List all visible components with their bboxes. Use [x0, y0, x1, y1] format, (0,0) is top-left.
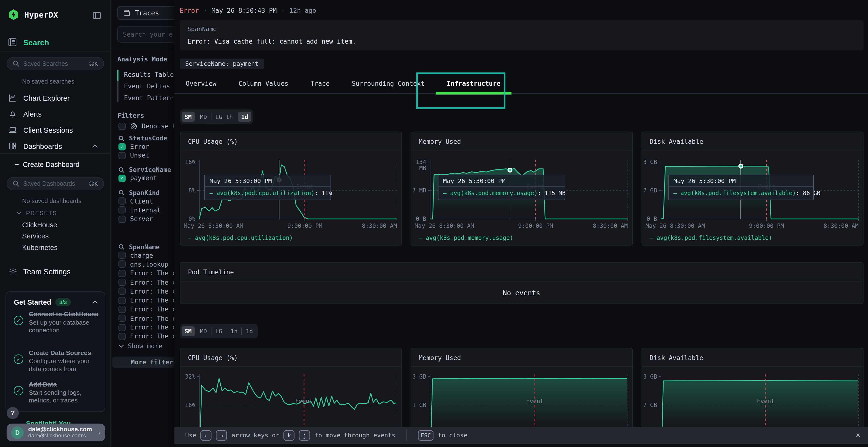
mode-event-patterns[interactable]: Event Patterns	[124, 94, 174, 102]
pod-size-lg[interactable]: LG	[212, 111, 226, 122]
mode-results-table[interactable]: Results Table	[124, 71, 174, 78]
checkbox[interactable]	[118, 152, 126, 159]
checkbox[interactable]	[118, 215, 126, 222]
divider	[211, 112, 211, 120]
tab-overview[interactable]: Overview	[186, 79, 216, 87]
tab-column-values[interactable]: Column Values	[239, 79, 288, 87]
mode-event-deltas[interactable]: Event Deltas	[124, 82, 170, 90]
node-size-lg[interactable]: LG	[212, 326, 226, 336]
create-dashboard-button[interactable]: +Create Dashboard	[15, 161, 79, 169]
saved-dashboards-input[interactable]: Saved Dashboards ⌘K	[7, 177, 104, 190]
esc-key[interactable]: ESC	[418, 430, 434, 441]
sidebar-item-dashboards[interactable]: Dashboards	[0, 140, 110, 152]
filter-option[interactable]: Unset	[118, 152, 149, 160]
user-menu[interactable]: D dale@clickhouse.com dale@clickhouse.co…	[7, 424, 105, 441]
shortcut-badge: ⌘K	[89, 181, 98, 187]
svg-text:May 26 8:30:00 AM: May 26 8:30:00 AM	[645, 222, 705, 229]
check-circle-icon: ✓	[14, 316, 23, 325]
checkbox[interactable]	[118, 288, 126, 295]
checkbox[interactable]	[118, 206, 126, 214]
get-started-item[interactable]: ✓ Create Data SourcesConfigure where you…	[14, 349, 98, 373]
checkbox[interactable]	[118, 279, 126, 286]
k-key[interactable]: k	[284, 430, 295, 441]
pod-size-sm[interactable]: SM	[181, 111, 195, 122]
tab-trace[interactable]: Trace	[311, 79, 330, 87]
sidebar-item-alerts[interactable]: Alerts	[0, 108, 110, 120]
filter-option[interactable]: Error: The cr	[118, 333, 174, 340]
filter-option[interactable]: Error: The cr	[118, 305, 174, 313]
close-icon[interactable]: ✕	[856, 431, 860, 439]
filter-group-statuscode: StatusCode	[118, 134, 167, 142]
filter-option[interactable]: Error: The cr	[118, 278, 174, 286]
span-name-label: SpanName	[187, 26, 856, 33]
sidebar-item-search[interactable]: Search	[8, 38, 49, 47]
arrow-right-key[interactable]: →	[216, 430, 227, 441]
j-key[interactable]: j	[299, 430, 310, 441]
chevron-up-icon[interactable]	[92, 300, 98, 304]
laptop-icon	[8, 126, 17, 134]
progress-badge: 3/3	[56, 298, 70, 306]
get-started-title: Get Started	[14, 299, 51, 306]
checkbox[interactable]	[118, 333, 126, 340]
checkbox[interactable]	[118, 252, 126, 259]
filter-option[interactable]: Client	[118, 197, 153, 205]
node-size-sm[interactable]: SM	[181, 326, 195, 336]
svg-text:16%: 16%	[185, 159, 195, 165]
checkbox[interactable]: ✓	[118, 143, 126, 150]
filter-option[interactable]: ✓payment	[118, 174, 157, 182]
help-button[interactable]: ?	[7, 407, 19, 419]
saved-searches-input[interactable]: Saved Searches ⌘K	[7, 57, 104, 70]
node-charts-row: CPU Usage (%)Event32%16%Memory UsedEvent…	[180, 347, 863, 426]
node-size-md[interactable]: MD	[196, 326, 210, 336]
filter-option[interactable]: Internal	[118, 206, 161, 214]
filter-option[interactable]: Error: The cr	[118, 270, 174, 277]
filter-option[interactable]: Error: The cr	[118, 287, 174, 295]
sidebar-item-client-sessions[interactable]: Client Sessions	[0, 124, 110, 136]
event-search-placeholder: Search your e	[123, 30, 173, 38]
preset-kubernetes[interactable]: Kubernetes	[22, 244, 58, 251]
filter-option[interactable]: dns.lookup	[118, 260, 168, 268]
filter-option[interactable]: Error: The cr	[118, 323, 174, 331]
preset-clickhouse[interactable]: ClickHouse	[22, 221, 57, 229]
arrow-left-key[interactable]: ←	[200, 430, 212, 441]
get-started-item[interactable]: ✓ Connect to ClickHouseSet up your datab…	[14, 310, 98, 335]
checkbox[interactable]	[118, 123, 126, 130]
more-filters-button[interactable]: More filters	[112, 357, 174, 368]
filter-option[interactable]: Error: The cr	[118, 314, 174, 322]
chevron-down-icon	[16, 211, 22, 215]
checkbox[interactable]	[118, 198, 126, 205]
show-more-button[interactable]: Show more	[118, 342, 162, 350]
event-search-input[interactable]: Search your e	[117, 26, 174, 43]
filter-option[interactable]: charge	[118, 251, 153, 259]
sidebar-item-chart-explorer[interactable]: Chart Explorer	[0, 92, 110, 104]
tab-infrastructure[interactable]: Infrastructure	[447, 79, 500, 87]
tab-surrounding-context[interactable]: Surrounding Context	[352, 79, 425, 87]
app-root: HyperDX Search Saved Searches ⌘K No save…	[0, 0, 868, 447]
logo[interactable]: HyperDX	[8, 9, 58, 21]
checkbox[interactable]	[118, 297, 126, 304]
chevron-right-icon: ›	[99, 428, 101, 436]
chevron-up-icon	[92, 144, 98, 148]
filter-option[interactable]: ✓Error	[118, 143, 149, 150]
preset-services[interactable]: Services	[22, 232, 49, 240]
source-select[interactable]: Traces	[117, 6, 174, 20]
presets-toggle[interactable]: PRESETS	[16, 209, 57, 216]
filter-denoise[interactable]: Denoise Re	[118, 122, 174, 130]
checkbox[interactable]	[118, 324, 126, 331]
sidebar-collapse-icon[interactable]	[92, 11, 101, 20]
sidebar-item-team-settings[interactable]: Team Settings	[9, 268, 71, 276]
get-started-item[interactable]: ✓ Add DataStart sending logs, metrics, o…	[14, 381, 98, 405]
user-team: dale@clickhouse.com's	[28, 432, 92, 439]
checkbox[interactable]	[118, 315, 126, 322]
filter-option[interactable]: Error: The cr	[118, 297, 174, 304]
checkbox[interactable]	[118, 270, 126, 277]
service-name-chip[interactable]: ServiceName: payment	[180, 59, 264, 69]
svg-text:1 GB: 1 GB	[413, 402, 426, 408]
checkbox[interactable]	[118, 306, 126, 313]
pod-size-md[interactable]: MD	[196, 111, 210, 122]
checkbox[interactable]	[118, 261, 126, 268]
filter-option[interactable]: Server	[118, 215, 153, 223]
gear-icon	[9, 268, 17, 276]
svg-text:0 B: 0 B	[415, 215, 426, 222]
checkbox[interactable]: ✓	[118, 174, 126, 182]
